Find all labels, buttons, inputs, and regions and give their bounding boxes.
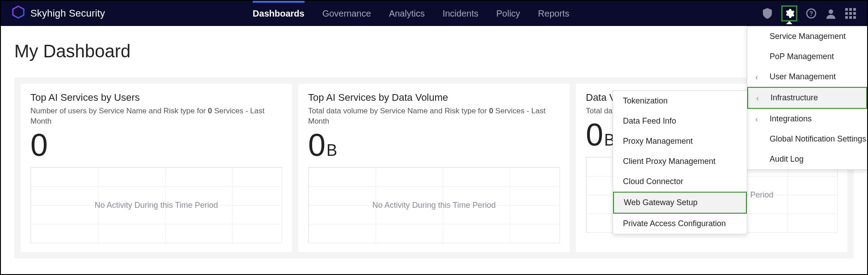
nav-governance[interactable]: Governance [322, 1, 371, 26]
chevron-left-icon: ‹ [756, 93, 759, 103]
submenu-cloud-connector[interactable]: Cloud Connector [613, 172, 747, 192]
svg-point-3 [829, 9, 833, 14]
chevron-left-icon: ‹ [755, 114, 758, 124]
main-nav: Dashboards Governance Analytics Incident… [253, 1, 569, 26]
logo-icon [12, 5, 25, 21]
menu-global-notification-settings[interactable]: Global Notification Settings [747, 129, 867, 149]
user-icon[interactable] [825, 8, 837, 19]
settings-button[interactable] [781, 5, 797, 21]
submenu-web-gateway-setup[interactable]: Web Gateway Setup [613, 192, 747, 214]
menu-user-management[interactable]: ‹User Management [747, 67, 867, 87]
gear-icon [783, 8, 795, 19]
help-icon[interactable]: ? [805, 8, 817, 19]
submenu-tokenization[interactable]: Tokenization [613, 91, 747, 111]
top-bar: Skyhigh Security Dashboards Governance A… [1, 1, 867, 26]
page-title: My Dashboard [14, 41, 854, 61]
card-title: Top AI Services by Data Volume [308, 92, 560, 103]
chevron-left-icon: ‹ [755, 72, 758, 82]
menu-pop-management[interactable]: PoP Management [747, 47, 867, 67]
nav-incidents[interactable]: Incidents [443, 1, 478, 26]
card-subtitle: Total data volume by Service Name and Ri… [308, 106, 560, 127]
card-subtitle: Number of users by Service Name and Risk… [30, 106, 282, 127]
card-value: 0B [308, 129, 560, 161]
nav-reports[interactable]: Reports [538, 1, 569, 26]
menu-integrations[interactable]: ‹Integrations [747, 109, 867, 129]
svg-marker-0 [13, 6, 24, 18]
card-title: Top AI Services by Users [30, 92, 282, 103]
chart-placeholder: No Activity During this Time Period [308, 167, 560, 243]
menu-audit-log[interactable]: Audit Log [747, 149, 867, 169]
menu-service-management[interactable]: Service Management [747, 26, 867, 47]
menu-infrastructure[interactable]: ‹Infrastructure [747, 87, 867, 109]
card-ai-users: Top AI Services by Users Number of users… [21, 84, 292, 252]
card-value: 0 [30, 129, 282, 161]
apps-icon[interactable] [845, 8, 856, 19]
top-icons: ? [762, 5, 856, 21]
settings-menu: Service Management PoP Management ‹User … [747, 26, 868, 170]
submenu-client-proxy-management[interactable]: Client Proxy Management [613, 151, 747, 172]
shield-icon[interactable] [762, 8, 773, 19]
card-ai-data-volume: Top AI Services by Data Volume Total dat… [298, 84, 570, 252]
no-activity-text: No Activity During this Time Period [94, 200, 218, 210]
no-activity-text: No Activity During this Time Period [372, 200, 495, 210]
brand[interactable]: Skyhigh Security [12, 5, 105, 21]
infrastructure-submenu: Tokenization Data Feed Info Proxy Manage… [613, 90, 747, 234]
submenu-proxy-management[interactable]: Proxy Management [613, 131, 747, 151]
nav-analytics[interactable]: Analytics [389, 1, 425, 26]
nav-policy[interactable]: Policy [496, 1, 520, 26]
nav-dashboards[interactable]: Dashboards [253, 1, 305, 26]
chart-placeholder: No Activity During this Time Period [30, 167, 282, 243]
brand-text: Skyhigh Security [30, 8, 105, 19]
submenu-data-feed-info[interactable]: Data Feed Info [613, 111, 747, 131]
svg-text:?: ? [809, 10, 813, 17]
submenu-private-access-configuration[interactable]: Private Access Configuration [613, 214, 747, 234]
